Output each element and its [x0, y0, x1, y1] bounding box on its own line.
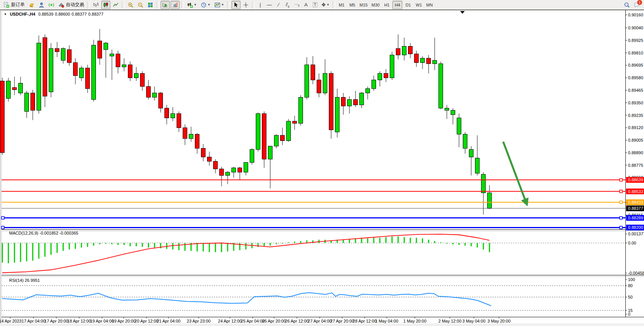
line-handle[interactable] — [2, 226, 4, 229]
timeframe-h1-button[interactable]: H1 — [382, 1, 392, 9]
rsi-indicator-label: RSI(14) 26.9951 — [9, 278, 40, 283]
time-axis-label: 26 Apr 12:00 — [285, 319, 309, 323]
timeframe-w1-button[interactable]: W1 — [414, 1, 424, 9]
time-axis-label: 25 Apr 04:00 — [241, 319, 265, 323]
crosshair-button[interactable] — [241, 1, 250, 9]
vertical-line-button[interactable]: | — [256, 1, 265, 9]
candlestick — [250, 148, 254, 165]
time-axis-label: 1 May 20:00 — [403, 319, 427, 323]
fibonacci-button[interactable]: ⋯F — [293, 1, 301, 9]
chart-plot[interactable]: 0.901600.900400.899250.898100.896950.895… — [0, 0, 644, 326]
timeframe-d1-button[interactable]: D1 — [403, 1, 413, 9]
candlestick — [92, 40, 96, 102]
line-handle[interactable] — [620, 201, 622, 204]
zoom-out-button[interactable] — [136, 1, 145, 9]
ohlc-high: 0.88600 — [55, 12, 70, 16]
toolbar-separator — [227, 1, 230, 9]
horizontal-line-button[interactable]: — — [265, 1, 274, 9]
tile-windows-button[interactable] — [146, 1, 155, 9]
candlestick — [287, 119, 291, 142]
new-order-button[interactable]: 新订单 — [2, 1, 26, 9]
price-tick-label: 0.89580 — [628, 75, 643, 80]
timeframe-m1-button[interactable]: M1 — [337, 1, 347, 9]
chart-shift-button[interactable] — [171, 1, 180, 9]
candlestick — [37, 35, 41, 113]
cursor-button[interactable] — [231, 1, 241, 9]
zoom-in-button[interactable] — [126, 1, 135, 9]
auto-trading-button[interactable]: 自动交易 — [57, 1, 86, 9]
price-tick-label: 0.89350 — [628, 101, 643, 105]
price-badge-label: 0.88433 — [628, 200, 643, 205]
price-tick-label: 0.89005 — [628, 138, 643, 142]
periods-button[interactable]: ▼ — [199, 1, 212, 9]
candlestick — [6, 78, 11, 102]
time-axis-label: 1 May 04:00 — [375, 319, 399, 323]
line-handle[interactable] — [620, 179, 622, 181]
collapse-triangle-icon[interactable]: ▼ — [4, 13, 7, 16]
chart-window-title: ▼ USDCHF-,H4 0.88539 0.88600 0.88377 0.8… — [4, 12, 104, 16]
chevron-down-icon: ▼ — [194, 3, 197, 6]
time-axis-label: 14 Apr 2023 — [0, 319, 22, 323]
toolbar-separator — [181, 1, 184, 9]
equidistant-channel-button[interactable]: ⫽E — [284, 1, 292, 9]
signals-button[interactable] — [47, 1, 56, 9]
time-axis-label: 25 Apr 20:00 — [262, 319, 286, 323]
timeframe-m30-button[interactable]: M30 — [370, 1, 381, 9]
price-tick-label: 0.89810 — [628, 51, 643, 55]
notifications-button[interactable]: 1 — [632, 1, 641, 9]
price-tick-label: 0.89235 — [628, 113, 643, 118]
price-badge-label: 0.88533 — [628, 189, 643, 194]
bar-chart-button[interactable] — [91, 1, 100, 9]
window-bottom-strip — [0, 323, 644, 326]
search-button[interactable] — [622, 1, 631, 9]
rsi-axis-label: 100 — [628, 277, 635, 282]
expert-advisor-icon — [58, 2, 64, 8]
timeframe-mn-button[interactable]: MN — [424, 1, 434, 9]
community-button[interactable] — [37, 1, 46, 9]
time-axis-label: 3 May 04:00 — [462, 319, 486, 323]
price-badge-label: 0.88377 — [628, 206, 643, 211]
toolbar-separator — [333, 1, 335, 9]
macd-axis-label: -0.004588 — [628, 271, 644, 275]
ohlc-close: 0.88377 — [88, 12, 104, 16]
chevron-down-icon: ▼ — [207, 3, 210, 6]
line-handle[interactable] — [620, 226, 622, 229]
timeframe-m15-button[interactable]: M15 — [358, 1, 369, 9]
arrows-tool-button[interactable]: ✥▼ — [320, 1, 331, 9]
deposit-button[interactable] — [27, 1, 36, 9]
time-axis-label: 23 Apr 23:00 — [187, 319, 210, 323]
candlestick-chart-button[interactable] — [101, 1, 110, 9]
ohlc-low: 0.88377 — [72, 12, 87, 16]
candlestick — [274, 134, 279, 148]
time-axis-label: 2 May 12:00 — [438, 319, 462, 323]
text-button[interactable]: A — [302, 1, 310, 9]
auto-trading-label: 自动交易 — [66, 2, 84, 8]
indicators-button[interactable]: ▼ — [185, 1, 198, 9]
toolbar-separator — [87, 1, 90, 9]
toolbar-separator — [156, 1, 159, 9]
text-label-button[interactable]: T — [311, 1, 319, 9]
rsi-axis-label: 80 — [628, 283, 633, 288]
timeframe-h4-button[interactable]: H4 — [392, 1, 402, 9]
line-handle[interactable] — [2, 217, 4, 219]
profile-icon — [38, 2, 45, 8]
candlestick — [0, 78, 5, 155]
time-axis-label: 19 Apr 04:00 — [90, 319, 114, 323]
trendline-button[interactable]: ∕ — [274, 1, 283, 9]
price-tick-label: 0.89695 — [628, 63, 643, 67]
price-tick-label: 0.88775 — [628, 163, 643, 168]
price-tick-label: 0.90040 — [628, 26, 643, 30]
time-axis-label: 21 Apr 04:00 — [157, 319, 180, 323]
macd-axis-label: 0.001377 — [628, 232, 644, 236]
line-chart-button[interactable] — [111, 1, 120, 9]
line-handle[interactable] — [620, 217, 622, 219]
timeframe-m5-button[interactable]: M5 — [348, 1, 357, 9]
auto-scroll-button[interactable] — [161, 1, 170, 9]
time-axis-label: 20 Apr 12:00 — [135, 319, 158, 323]
main-toolbar: 新订单 自动交易 — [0, 0, 644, 10]
time-axis-label: 17 Apr 04:00 — [22, 319, 45, 323]
line-handle[interactable] — [620, 190, 622, 193]
candlestick — [390, 52, 394, 80]
price-badge-label: 0.88639 — [628, 177, 643, 182]
templates-button[interactable]: ▼ — [213, 1, 226, 9]
